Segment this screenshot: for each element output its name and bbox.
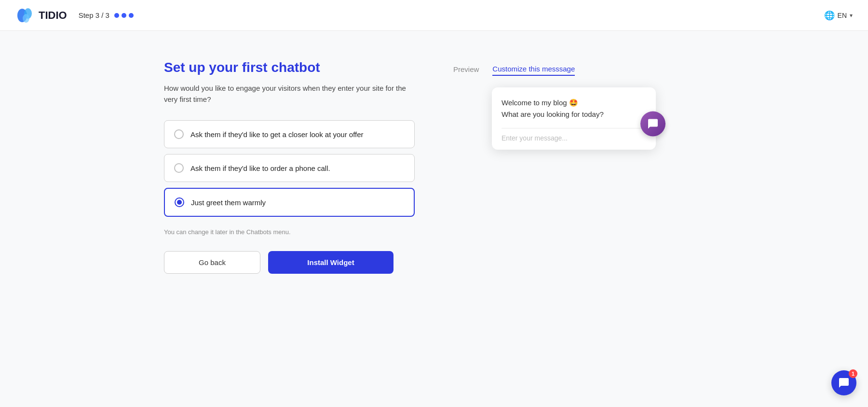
button-row: Go back Install Widget	[164, 251, 415, 274]
chat-bubble-button[interactable]	[640, 111, 665, 136]
options-list: Ask them if they'd like to get a closer …	[164, 120, 415, 217]
logo-text: TIDIO	[39, 9, 67, 22]
step-dots	[114, 13, 134, 18]
step-dot-3	[129, 13, 134, 18]
option-item-3[interactable]: Just greet them warmly	[164, 188, 415, 217]
language-selector[interactable]: 🌐 EN ▾	[824, 10, 853, 21]
lang-text: EN	[838, 12, 847, 19]
content-wrapper: Set up your first chatbot How would you …	[145, 31, 723, 407]
step-dot-1	[114, 13, 119, 18]
right-panel: Preview Customize this messsage Welcome …	[453, 60, 656, 150]
chat-input-placeholder[interactable]: Enter your message...	[502, 134, 568, 142]
main-content: Set up your first chatbot How would you …	[0, 0, 868, 407]
chat-message: Welcome to my blog 🤩What are you looking…	[502, 97, 646, 120]
radio-2	[174, 163, 184, 173]
preview-tabs: Preview Customize this messsage	[453, 65, 656, 76]
chat-bubble-icon	[647, 118, 659, 129]
go-back-button[interactable]: Go back	[164, 251, 260, 274]
header: TIDIO Step 3 / 3 🌐 EN ▾	[0, 0, 868, 31]
option-label-3: Just greet them warmly	[191, 198, 266, 207]
step-info: Step 3 / 3	[79, 11, 134, 19]
option-label-2: Ask them if they'd like to order a phone…	[190, 164, 330, 172]
header-left: TIDIO Step 3 / 3	[15, 6, 134, 25]
floating-chat-icon	[838, 377, 850, 389]
tidio-logo-icon	[15, 6, 35, 25]
notification-badge: 1	[849, 369, 857, 378]
left-panel: Set up your first chatbot How would you …	[164, 60, 415, 274]
chevron-down-icon: ▾	[850, 12, 853, 19]
chat-preview: Welcome to my blog 🤩What are you looking…	[492, 87, 656, 150]
globe-icon: 🌐	[824, 10, 835, 21]
chat-input-area: Enter your message...	[502, 134, 646, 142]
logo: TIDIO	[15, 6, 67, 25]
page-subtitle: How would you like to engage your visito…	[164, 83, 415, 105]
option-item-1[interactable]: Ask them if they'd like to get a closer …	[164, 120, 415, 148]
radio-1	[174, 129, 184, 139]
floating-chat-button[interactable]: 1	[831, 370, 856, 395]
option-label-1: Ask them if they'd like to get a closer …	[190, 130, 364, 139]
change-note: You can change it later in the Chatbots …	[164, 228, 415, 236]
radio-3	[175, 197, 184, 207]
tab-customize[interactable]: Customize this messsage	[492, 65, 575, 76]
step-dot-2	[122, 13, 126, 18]
chat-divider	[502, 128, 646, 128]
step-text: Step 3 / 3	[79, 11, 109, 19]
option-item-2[interactable]: Ask them if they'd like to order a phone…	[164, 154, 415, 182]
radio-inner-3	[177, 200, 182, 205]
tab-preview[interactable]: Preview	[453, 65, 479, 75]
page-title: Set up your first chatbot	[164, 60, 415, 75]
install-widget-button[interactable]: Install Widget	[268, 251, 393, 274]
svg-point-2	[23, 14, 29, 23]
